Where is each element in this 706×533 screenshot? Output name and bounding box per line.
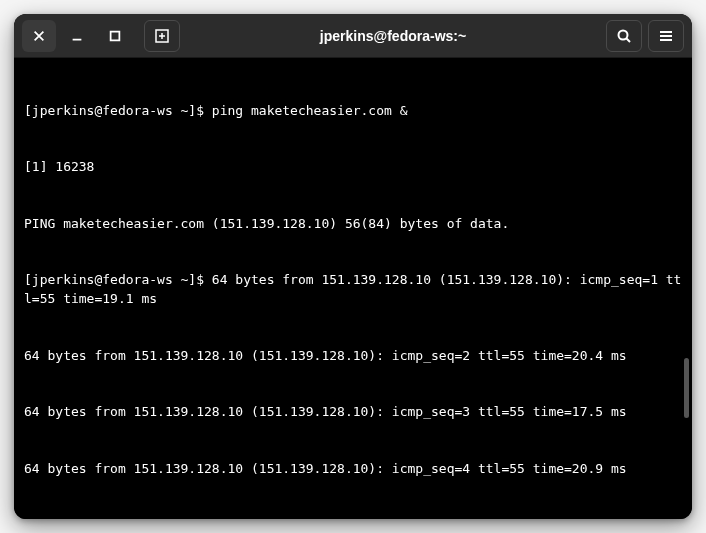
terminal-line: PING maketecheasier.com (151.139.128.10)… — [24, 215, 682, 234]
terminal-output[interactable]: [jperkins@fedora-ws ~]$ ping maketecheas… — [14, 58, 692, 519]
terminal-line: [jperkins@fedora-ws ~]$ 64 bytes from 15… — [24, 271, 682, 309]
minimize-button[interactable] — [60, 20, 94, 52]
scrollbar-thumb[interactable] — [684, 358, 689, 418]
menu-button[interactable] — [648, 20, 684, 52]
svg-point-2 — [619, 30, 628, 39]
new-tab-button[interactable] — [144, 20, 180, 52]
terminal-line: [jperkins@fedora-ws ~]$ ping maketecheas… — [24, 102, 682, 121]
terminal-line: 64 bytes from 151.139.128.10 (151.139.12… — [24, 460, 682, 479]
titlebar: jperkins@fedora-ws:~ — [14, 14, 692, 58]
window-title: jperkins@fedora-ws:~ — [184, 28, 602, 44]
terminal-line: [1] 16238 — [24, 158, 682, 177]
search-button[interactable] — [606, 20, 642, 52]
terminal-line: 64 bytes from 151.139.128.10 (151.139.12… — [24, 403, 682, 422]
right-button-group — [606, 20, 684, 52]
terminal-line: 64 bytes from 151.139.128.10 (151.139.12… — [24, 347, 682, 366]
close-button[interactable] — [22, 20, 56, 52]
maximize-button[interactable] — [98, 20, 132, 52]
terminal-window: jperkins@fedora-ws:~ [jperkins@fedora-ws… — [14, 14, 692, 519]
svg-rect-0 — [111, 31, 120, 40]
terminal-line: disow64 bytes from 151.139.128.10 (151.1… — [24, 516, 682, 519]
